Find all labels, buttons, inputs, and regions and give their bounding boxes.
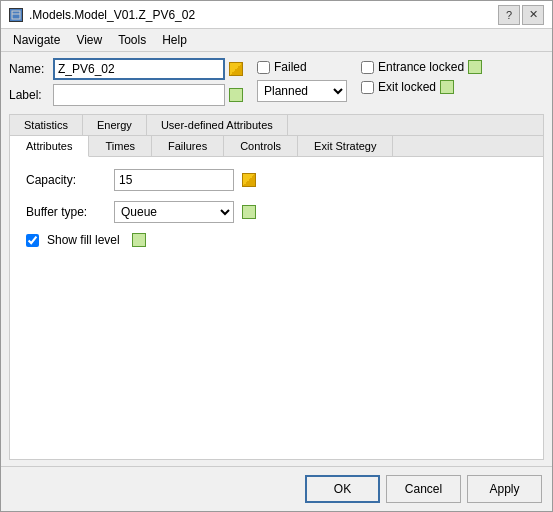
label-row: Label: bbox=[9, 84, 243, 106]
name-input[interactable] bbox=[53, 58, 225, 80]
show-fill-level-checkbox[interactable] bbox=[26, 234, 39, 247]
label-input[interactable] bbox=[53, 84, 225, 106]
help-button[interactable]: ? bbox=[498, 5, 520, 25]
tab-row-1: Statistics Energy User-defined Attribute… bbox=[10, 115, 543, 136]
exit-locked-indicator[interactable] bbox=[440, 80, 454, 94]
exit-locked-label: Exit locked bbox=[378, 80, 436, 94]
tab-row-2: Attributes Times Failures Controls Exit … bbox=[10, 136, 543, 157]
menu-navigate[interactable]: Navigate bbox=[5, 31, 68, 49]
buffer-type-label: Buffer type: bbox=[26, 205, 106, 219]
tab-failures[interactable]: Failures bbox=[152, 136, 224, 156]
failed-label: Failed bbox=[274, 60, 307, 74]
menu-view[interactable]: View bbox=[68, 31, 110, 49]
tab-times[interactable]: Times bbox=[89, 136, 152, 156]
title-bar: .Models.Model_V01.Z_PV6_02 ? ✕ bbox=[1, 1, 552, 29]
show-fill-level-label: Show fill level bbox=[47, 233, 120, 247]
status-dropdown[interactable]: Planned Active Inactive bbox=[257, 80, 347, 102]
tab-exit-strategy[interactable]: Exit Strategy bbox=[298, 136, 393, 156]
tab-user-defined[interactable]: User-defined Attributes bbox=[147, 115, 288, 135]
apply-button[interactable]: Apply bbox=[467, 475, 542, 503]
tab-energy[interactable]: Energy bbox=[83, 115, 147, 135]
window-title: .Models.Model_V01.Z_PV6_02 bbox=[29, 8, 195, 22]
capacity-indicator[interactable] bbox=[242, 173, 256, 187]
form-content: Name: Label: Failed bbox=[1, 52, 552, 466]
buffer-type-indicator[interactable] bbox=[242, 205, 256, 219]
fill-level-indicator[interactable] bbox=[132, 233, 146, 247]
entrance-locked-checkbox[interactable] bbox=[361, 61, 374, 74]
close-button[interactable]: ✕ bbox=[522, 5, 544, 25]
tab-statistics[interactable]: Statistics bbox=[10, 115, 83, 135]
entrance-locked-indicator[interactable] bbox=[468, 60, 482, 74]
buffer-type-row: Buffer type: Queue Stack Random bbox=[26, 201, 527, 223]
capacity-label: Capacity: bbox=[26, 173, 106, 187]
show-fill-level-row: Show fill level bbox=[26, 233, 527, 247]
svg-rect-0 bbox=[12, 11, 20, 19]
name-color-indicator[interactable] bbox=[229, 62, 243, 76]
tab-controls[interactable]: Controls bbox=[224, 136, 298, 156]
cancel-button[interactable]: Cancel bbox=[386, 475, 461, 503]
failed-checkbox[interactable] bbox=[257, 61, 270, 74]
label-color-indicator[interactable] bbox=[229, 88, 243, 102]
menu-tools[interactable]: Tools bbox=[110, 31, 154, 49]
name-label: Name: bbox=[9, 62, 49, 76]
title-bar-left: .Models.Model_V01.Z_PV6_02 bbox=[9, 8, 195, 22]
name-row: Name: bbox=[9, 58, 243, 80]
capacity-input[interactable] bbox=[114, 169, 234, 191]
exit-locked-checkbox[interactable] bbox=[361, 81, 374, 94]
title-bar-controls: ? ✕ bbox=[498, 5, 544, 25]
attributes-content: Capacity: Buffer type: Queue Stack Rando… bbox=[10, 157, 543, 459]
label-label: Label: bbox=[9, 88, 49, 102]
capacity-row: Capacity: bbox=[26, 169, 527, 191]
window-icon bbox=[9, 8, 23, 22]
main-window: .Models.Model_V01.Z_PV6_02 ? ✕ Navigate … bbox=[0, 0, 553, 512]
entrance-locked-label: Entrance locked bbox=[378, 60, 464, 74]
buffer-type-dropdown[interactable]: Queue Stack Random bbox=[114, 201, 234, 223]
tab-attributes[interactable]: Attributes bbox=[10, 136, 89, 157]
menu-bar: Navigate View Tools Help bbox=[1, 29, 552, 52]
menu-help[interactable]: Help bbox=[154, 31, 195, 49]
button-bar: OK Cancel Apply bbox=[1, 466, 552, 511]
ok-button[interactable]: OK bbox=[305, 475, 380, 503]
tabs-container: Statistics Energy User-defined Attribute… bbox=[9, 114, 544, 460]
